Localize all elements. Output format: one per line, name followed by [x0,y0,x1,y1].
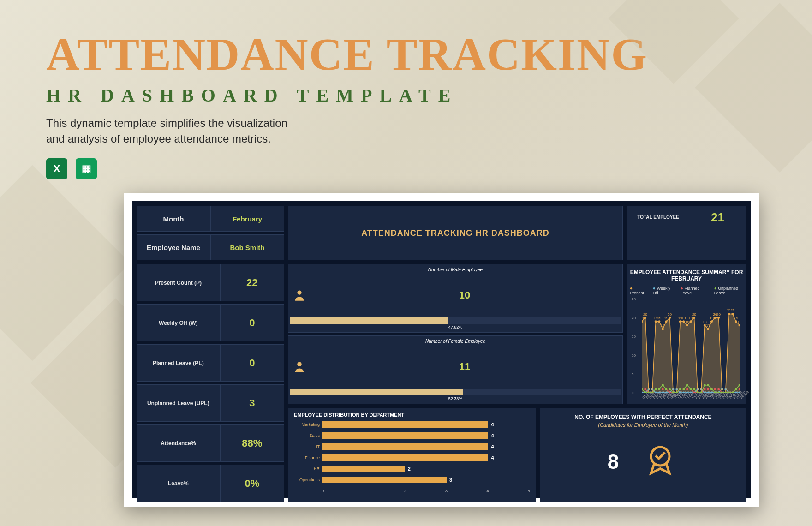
svg-text:0: 0 [724,387,727,391]
male-icon [290,289,309,302]
female-employee-card: Number of Female Employee 11 52.38% [288,335,623,404]
legend-present: Present [630,286,645,295]
perfect-attendance-card: NO. OF EMPLOYEES WITH PERFECT ATTENDANCE… [540,408,746,502]
stat-label: Weekly Off (W) [137,304,220,341]
total-employee-value: 21 [689,206,746,228]
employee-value[interactable]: Bob Smith [210,234,284,260]
stat-label: Unplanned Leave (UPL) [137,384,220,422]
svg-point-93 [662,384,664,386]
female-icon [290,360,309,373]
legend-weekly-off: Weekly Off [653,286,672,295]
svg-point-27 [735,320,737,323]
stat-row: Planned Leave (PL)0 [137,344,284,382]
bottom-row: EMPLOYEE DISTRIBUTION BY DEPARTMENT Mark… [288,408,746,502]
svg-point-18 [704,324,706,326]
stat-value: 88% [220,424,284,462]
svg-text:0: 0 [672,387,675,391]
svg-point-105 [704,384,706,386]
svg-text:0: 0 [700,387,702,391]
svg-point-22 [717,317,720,319]
female-percent: 52.38% [290,395,621,402]
legend-planned-leave: Planned Leave [681,286,706,295]
svg-point-145 [297,291,301,295]
svg-point-146 [297,362,301,366]
svg-point-95 [669,388,671,390]
svg-point-1 [644,317,646,319]
svg-text:17: 17 [661,323,665,328]
svg-text:0: 0 [697,387,699,391]
svg-point-13 [686,324,688,326]
svg-point-64 [662,388,664,390]
svg-text:19: 19 [710,316,714,320]
month-value[interactable]: February [210,206,284,232]
svg-point-6 [662,328,664,330]
svg-text:20: 20 [668,312,672,317]
female-bar [290,389,621,395]
stat-label: Present Count (P) [137,264,220,301]
month-label: Month [137,206,210,232]
svg-point-4 [655,320,657,323]
svg-text:18: 18 [738,320,740,324]
svg-point-80 [717,388,720,390]
total-employee-label: TOTAL EMPLOYEE [627,206,689,228]
svg-point-101 [690,388,692,390]
svg-text:18: 18 [685,320,689,324]
stat-row: Leave%0% [137,465,284,502]
month-filter[interactable]: Month February [137,206,284,232]
legend-unplanned-leave: Unplanned Leave [714,286,743,295]
svg-text:0: 0 [721,387,723,391]
stat-value: 0 [220,304,284,341]
department-chart: EMPLOYEE DISTRIBUTION BY DEPARTMENT Mark… [288,408,536,502]
perfect-subtitle: (Candidates for Employee of the Month) [598,422,688,428]
totals-panel: TOTAL EMPLOYEE 21 [627,206,746,260]
svg-text:19: 19 [689,316,693,320]
svg-point-20 [710,320,713,323]
male-employee-card: Number of Male Employee 10 47.62% [288,264,623,333]
total-employee-row: TOTAL EMPLOYEE 21 [627,206,746,228]
perfect-title: NO. OF EMPLOYEES WITH PERFECT ATTENDANCE [574,414,711,420]
svg-point-11 [679,320,681,323]
svg-point-25 [728,313,730,315]
line-chart-area: 051015202501-Feb02-Feb03-Feb04-Feb05-Feb… [642,299,740,393]
perfect-count: 8 [608,450,619,473]
svg-point-79 [714,388,716,390]
dashboard-title: ATTENDANCE TRACKING HR DASHBOARD [288,206,623,260]
svg-point-76 [704,388,706,390]
svg-point-107 [710,388,713,390]
svg-point-102 [693,388,695,390]
attendance-summary-chart: EMPLOYEE ATTENDANCE SUMMARY FOR FEBRUARY… [627,264,746,404]
svg-point-98 [679,388,681,390]
stat-value: 0% [220,465,284,502]
stat-row: Present Count (P)22 [137,264,284,301]
svg-point-15 [693,317,695,319]
svg-point-26 [731,313,734,315]
female-count: 11 [309,361,621,373]
dashboard: Month February Employee Name Bob Smith A… [132,201,751,498]
svg-point-14 [690,320,692,323]
svg-text:20: 20 [692,312,696,317]
svg-point-5 [658,320,660,323]
summary-legend: Present Weekly Off Planned Leave Unplann… [630,284,743,297]
male-count: 10 [309,289,621,301]
stat-value: 22 [220,264,284,301]
svg-point-99 [682,388,685,390]
svg-point-77 [707,388,709,390]
male-bar [290,317,621,324]
svg-point-19 [707,328,709,330]
dept-chart-title: EMPLOYEE DISTRIBUTION BY DEPARTMENT [294,412,530,420]
male-title: Number of Male Employee [290,266,621,273]
svg-point-12 [682,320,685,323]
stat-value: 3 [220,384,284,422]
svg-text:19: 19 [657,316,661,320]
stats-column: Present Count (P)22Weekly Off (W)0Planne… [137,264,284,502]
svg-point-21 [714,317,716,319]
stat-row: Weekly Off (W)0 [137,304,284,341]
svg-point-106 [707,384,709,386]
employee-filter[interactable]: Employee Name Bob Smith [137,234,284,260]
svg-point-91 [655,388,657,390]
svg-text:21: 21 [730,308,734,312]
employee-label: Employee Name [137,234,210,260]
svg-text:20: 20 [643,312,647,317]
medal-icon [642,442,679,481]
stat-value: 0 [220,344,284,382]
